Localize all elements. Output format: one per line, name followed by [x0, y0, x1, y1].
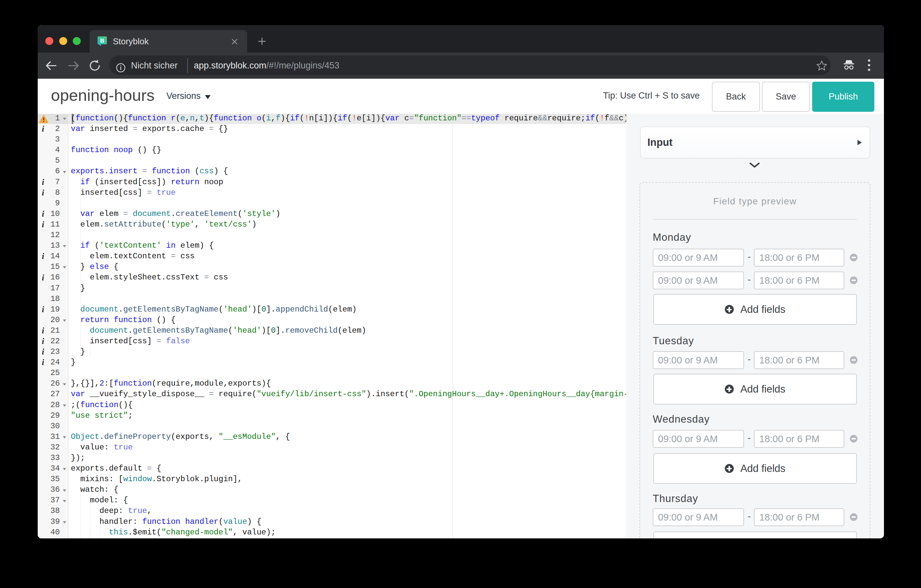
svg-text:B: B [100, 38, 104, 44]
